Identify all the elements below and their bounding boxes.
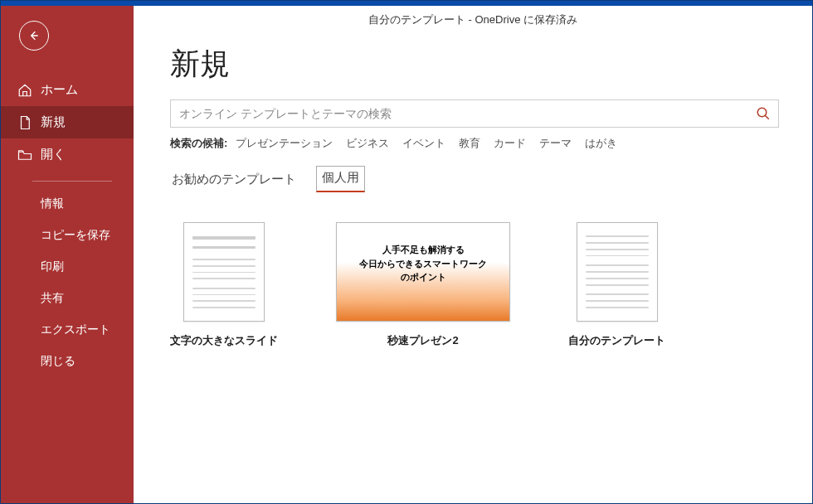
template-thumb: 人手不足も解消する 今日からできるスマートワーク のポイント [336, 222, 510, 322]
nav-close[interactable]: 閉じる [1, 346, 134, 377]
arrow-left-icon [27, 29, 41, 42]
nav-share[interactable]: 共有 [1, 283, 134, 314]
nav-open-label: 開く [41, 147, 66, 162]
nav-home-label: ホーム [41, 82, 78, 98]
svg-line-1 [765, 115, 769, 119]
nav-export[interactable]: エクスポート [1, 314, 134, 346]
template-speed-presen2[interactable]: 人手不足も解消する 今日からできるスマートワーク のポイント 秒速プレゼン2 [336, 222, 510, 348]
suggest-theme[interactable]: テーマ [539, 136, 572, 151]
backstage-sidebar: ホーム 新規 開く 情報 コピーを保存 印刷 共有 エクスポート 閉じる [1, 6, 134, 503]
search-input[interactable] [171, 107, 748, 120]
template-thumb [577, 222, 658, 322]
slide-line2: 今日からできるスマートワーク [359, 257, 487, 271]
nav-new[interactable]: 新規 [1, 106, 134, 138]
svg-point-0 [757, 108, 767, 117]
template-grid: 文字の大きなスライド 人手不足も解消する 今日からできるスマートワーク のポイン… [170, 222, 779, 348]
slide-line1: 人手不足も解消する [382, 243, 465, 257]
nav-new-label: 新規 [41, 114, 66, 130]
nav-open[interactable]: 開く [1, 138, 134, 171]
search-suggestions: 検索の候補: プレゼンテーション ビジネス イベント 教育 カード テーマ はが… [170, 136, 779, 151]
suggest-label: 検索の候補: [170, 136, 227, 151]
nav-home[interactable]: ホーム [1, 74, 134, 106]
nav-info[interactable]: 情報 [1, 188, 134, 220]
page-title: 新規 [134, 31, 812, 99]
folder-open-icon [17, 148, 32, 162]
suggest-business[interactable]: ビジネス [346, 136, 389, 151]
search-icon [756, 106, 771, 121]
nav-print[interactable]: 印刷 [1, 251, 134, 283]
suggest-postcard[interactable]: はがき [585, 136, 617, 151]
template-label: 秒速プレゼン2 [387, 333, 458, 348]
suggest-event[interactable]: イベント [402, 136, 445, 151]
template-big-text-slide[interactable]: 文字の大きなスライド [170, 222, 278, 348]
tab-personal[interactable]: 個人用 [316, 166, 365, 192]
main-panel: 自分のテンプレート - OneDrive に保存済み 新規 検索の候補: プレゼ… [134, 6, 812, 503]
nav-separator [32, 181, 112, 182]
slide-line3: のポイント [401, 270, 446, 284]
back-button[interactable] [19, 21, 49, 51]
suggest-card[interactable]: カード [494, 136, 526, 151]
template-search [170, 99, 779, 128]
template-my-template[interactable]: 自分のテンプレート [568, 222, 665, 348]
template-label: 自分のテンプレート [568, 333, 665, 348]
slide-preview: 人手不足も解消する 今日からできるスマートワーク のポイント [337, 223, 509, 321]
app-window: ホーム 新規 開く 情報 コピーを保存 印刷 共有 エクスポート 閉じる [0, 0, 813, 504]
template-label: 文字の大きなスライド [170, 333, 278, 348]
home-icon [17, 83, 32, 98]
search-button[interactable] [748, 100, 778, 127]
suggest-presentation[interactable]: プレゼンテーション [236, 136, 333, 151]
app-body: ホーム 新規 開く 情報 コピーを保存 印刷 共有 エクスポート 閉じる [1, 6, 812, 503]
suggest-education[interactable]: 教育 [459, 136, 480, 151]
nav-save-copy[interactable]: コピーを保存 [1, 220, 134, 251]
template-thumb [183, 222, 265, 322]
template-tabs: お勧めのテンプレート 個人用 [170, 166, 779, 192]
document-icon [17, 115, 32, 130]
tab-recommended[interactable]: お勧めのテンプレート [170, 168, 298, 192]
window-title: 自分のテンプレート - OneDrive に保存済み [134, 6, 812, 31]
